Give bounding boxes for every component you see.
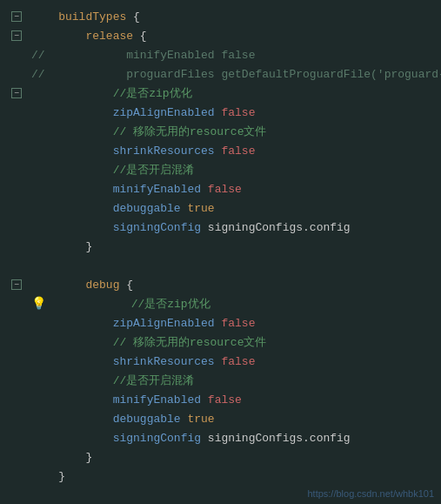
code-token: false	[221, 144, 255, 158]
code-line: //是否开启混淆	[0, 160, 441, 179]
code-token	[31, 355, 113, 368]
code-token	[201, 183, 208, 196]
code-token: shrinkResources	[113, 144, 215, 158]
code-token	[31, 336, 113, 349]
line-content: shrinkResources false	[30, 144, 438, 158]
code-token: false	[208, 393, 242, 407]
code-line: minifyEnabled false	[0, 179, 441, 198]
line-content: signingConfig signingConfigs.config	[30, 221, 438, 234]
line-content: }	[30, 470, 438, 483]
code-line: − debug {	[0, 275, 441, 294]
code-token	[50, 298, 131, 311]
code-token: debug	[85, 279, 119, 292]
fold-button[interactable]: −	[11, 279, 22, 290]
code-token: //是否zip优化	[131, 298, 210, 311]
fold-button[interactable]: −	[11, 11, 22, 22]
code-token	[31, 164, 113, 177]
code-token: signingConfig	[113, 221, 201, 234]
line-content: }	[30, 240, 438, 253]
line-content: debuggable true	[30, 202, 438, 215]
line-content: zipAlignEnabled false	[30, 106, 438, 119]
code-token: true	[187, 202, 214, 215]
code-token: shrinkResources	[113, 355, 215, 368]
line-content: buildTypes {	[30, 10, 438, 24]
code-line: 💡 //是否zip优化	[0, 294, 441, 313]
code-token: //	[31, 49, 99, 62]
code-token: }	[31, 240, 92, 253]
watermark: https://blog.csdn.net/whbk101	[307, 488, 434, 499]
code-token	[31, 30, 85, 43]
fold-button[interactable]: −	[11, 30, 22, 41]
code-line: // 移除无用的resource文件	[0, 333, 441, 352]
code-token: {	[133, 30, 147, 43]
code-token: }	[31, 470, 65, 483]
code-token: signingConfigs.config	[201, 432, 351, 445]
code-token: false	[221, 355, 255, 368]
code-token: true	[187, 413, 214, 426]
code-token: {	[119, 279, 133, 292]
code-token	[31, 317, 113, 330]
code-token: //是否开启混淆	[113, 374, 195, 387]
code-line: signingConfig signingConfigs.config	[0, 428, 441, 447]
code-line: debuggable true	[0, 409, 441, 428]
code-token: minifyEnabled false	[99, 49, 255, 62]
line-content: 💡 //是否zip优化	[30, 296, 438, 312]
code-line: // minifyEnabled false	[0, 45, 441, 64]
code-line: minifyEnabled false	[0, 390, 441, 409]
code-line: // proguardFiles getDefaultProguardFile(…	[0, 64, 441, 84]
code-token: }	[31, 451, 92, 464]
code-line: zipAlignEnabled false	[0, 103, 441, 122]
line-content: // proguardFiles getDefaultProguardFile(…	[30, 68, 441, 81]
code-line: zipAlignEnabled false	[0, 313, 441, 333]
code-token: proguardFiles getDefaultProguardFile('pr…	[99, 68, 441, 81]
gutter: −	[3, 30, 30, 41]
line-content: //是否zip优化	[30, 85, 438, 101]
code-token	[31, 221, 113, 234]
code-token: // 移除无用的resource文件	[113, 125, 267, 138]
code-token: zipAlignEnabled	[113, 317, 215, 330]
line-content: // minifyEnabled false	[30, 49, 438, 62]
code-token	[31, 106, 113, 119]
gutter: −	[3, 11, 30, 22]
code-token	[31, 144, 113, 158]
code-token: zipAlignEnabled	[113, 106, 215, 119]
code-line: − //是否zip优化	[0, 84, 441, 103]
line-content: //是否开启混淆	[30, 162, 438, 178]
code-token: false	[208, 183, 242, 196]
code-token	[201, 393, 208, 407]
code-token	[31, 413, 113, 426]
code-line: shrinkResources false	[0, 352, 441, 371]
code-token	[31, 202, 113, 215]
gutter: −	[3, 88, 30, 98]
bulb-icon[interactable]: 💡	[31, 297, 46, 311]
code-token: {	[126, 10, 140, 24]
code-token: //是否zip优化	[113, 87, 192, 100]
code-token	[31, 183, 113, 196]
code-token	[31, 374, 113, 387]
code-token: minifyEnabled	[113, 183, 201, 196]
code-token	[31, 432, 113, 445]
code-line: shrinkResources false	[0, 141, 441, 160]
line-content: // 移除无用的resource文件	[30, 124, 438, 139]
line-content: signingConfig signingConfigs.config	[30, 432, 438, 445]
code-token: signingConfigs.config	[201, 221, 351, 234]
line-content: // 移除无用的resource文件	[30, 334, 438, 350]
code-token: // 移除无用的resource文件	[113, 336, 267, 349]
code-line: − release {	[0, 26, 441, 45]
code-line: // 移除无用的resource文件	[0, 122, 441, 141]
code-line: debuggable true	[0, 198, 441, 218]
code-line: }	[0, 447, 441, 467]
code-token	[31, 125, 113, 138]
line-content: //是否开启混淆	[30, 373, 438, 388]
gutter: −	[3, 279, 30, 290]
code-token: false	[221, 106, 255, 119]
line-content: minifyEnabled false	[30, 393, 438, 407]
line-content: }	[30, 451, 438, 464]
code-token: signingConfig	[113, 432, 201, 445]
code-editor: − buildTypes {− release {// minifyEnable…	[0, 0, 441, 493]
fold-button[interactable]: −	[11, 88, 22, 98]
line-content: shrinkResources false	[30, 355, 438, 368]
code-token: false	[221, 317, 255, 330]
code-line: //是否开启混淆	[0, 371, 441, 390]
code-token: //是否开启混淆	[113, 164, 195, 177]
